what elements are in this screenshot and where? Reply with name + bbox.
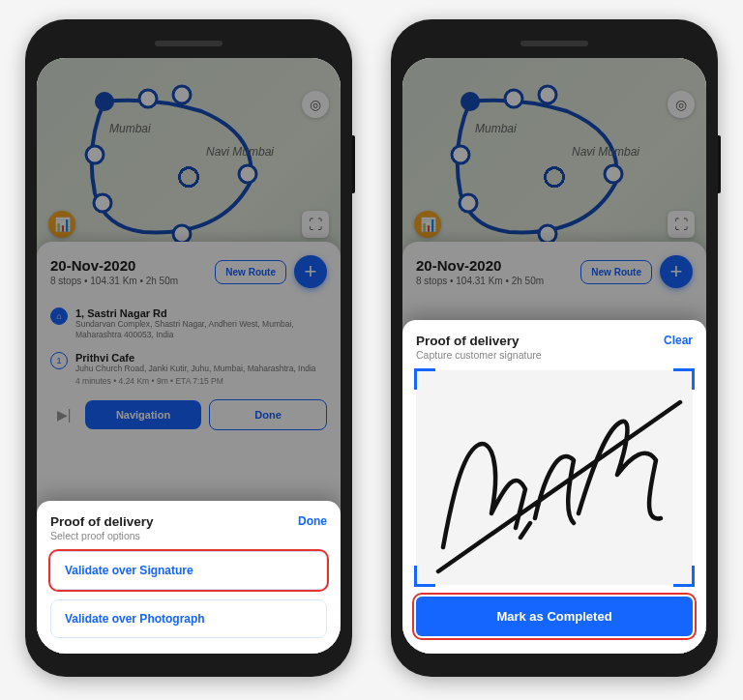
screen: Mumbai Navi Mumbai ◎ 📊 ⛶ powered by Goog… — [402, 58, 706, 654]
proof-options-sheet: Proof of delivery Select proof options D… — [37, 501, 341, 654]
phone-mockup-left: Mumbai Navi Mumbai ◎ 📊 ⛶ powered by Goog… — [25, 19, 352, 677]
mark-completed-button[interactable]: Mark as Completed — [416, 597, 693, 636]
signature-sheet: Proof of delivery Capture customer signa… — [402, 320, 706, 654]
clear-signature-button[interactable]: Clear — [664, 334, 693, 347]
sheet-done-button[interactable]: Done — [298, 514, 327, 528]
signature-pad[interactable] — [416, 370, 693, 585]
signature-stroke — [424, 378, 685, 581]
sheet-title: Proof of delivery — [416, 334, 542, 348]
validate-photograph-button[interactable]: Validate over Photograph — [50, 599, 327, 638]
sheet-subtitle: Select proof options — [50, 530, 154, 541]
validate-signature-button[interactable]: Validate over Signature — [50, 551, 327, 590]
phone-mockup-right: Mumbai Navi Mumbai ◎ 📊 ⛶ powered by Goog… — [391, 19, 718, 677]
screen: Mumbai Navi Mumbai ◎ 📊 ⛶ powered by Goog… — [37, 58, 341, 654]
sheet-subtitle: Capture customer signature — [416, 349, 542, 361]
sheet-title: Proof of delivery — [50, 514, 154, 529]
